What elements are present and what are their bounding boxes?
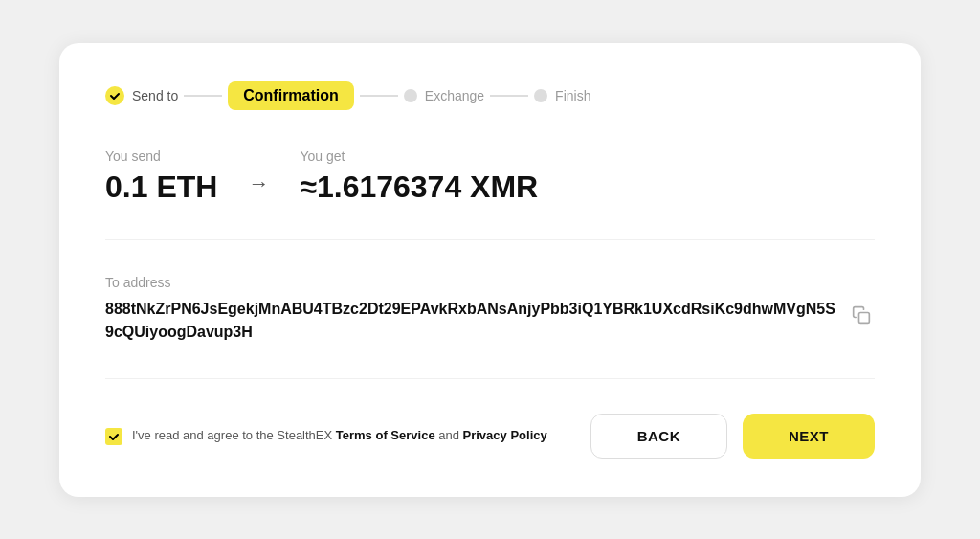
receive-section: You get ≈1.6176374 XMR bbox=[300, 148, 538, 205]
terms-of-service-link[interactable]: Terms of Service bbox=[336, 428, 435, 442]
agree-checkbox[interactable] bbox=[105, 428, 122, 445]
step-finish: Finish bbox=[534, 88, 590, 103]
address-row: 888tNkZrPN6JsEgekjMnABU4TBzc2Dt29EPAvkRx… bbox=[105, 298, 875, 344]
arrow-icon: → bbox=[248, 171, 269, 196]
action-buttons: BACK NEXT bbox=[590, 414, 875, 459]
receive-amount: ≈1.6176374 XMR bbox=[300, 169, 538, 205]
next-button[interactable]: NEXT bbox=[743, 414, 875, 459]
terms-text: I've read and agree to the StealthEX Ter… bbox=[132, 426, 547, 445]
receive-label: You get bbox=[300, 148, 538, 164]
stepper: Send to Confirmation Exchange Finish bbox=[105, 81, 875, 110]
step-finish-indicator bbox=[534, 89, 547, 102]
step-confirmation: Confirmation bbox=[228, 81, 354, 110]
send-section: You send 0.1 ETH bbox=[105, 148, 217, 205]
exchange-info: You send 0.1 ETH → You get ≈1.6176374 XM… bbox=[105, 148, 875, 240]
step-confirmation-label: Confirmation bbox=[228, 81, 354, 110]
privacy-policy-link[interactable]: Privacy Policy bbox=[463, 428, 547, 442]
step-send-to-label: Send to bbox=[132, 88, 178, 103]
step-exchange-label: Exchange bbox=[425, 88, 484, 103]
copy-icon[interactable] bbox=[848, 302, 875, 328]
main-card: Send to Confirmation Exchange Finish You… bbox=[59, 43, 921, 497]
svg-rect-0 bbox=[859, 312, 870, 323]
address-value: 888tNkZrPN6JsEgekjMnABU4TBzc2Dt29EPAvkRx… bbox=[105, 298, 836, 344]
send-label: You send bbox=[105, 148, 217, 164]
connector-1 bbox=[184, 95, 222, 97]
step-send-to-indicator bbox=[105, 86, 124, 105]
address-section: To address 888tNkZrPN6JsEgekjMnABU4TBzc2… bbox=[105, 275, 875, 379]
send-amount: 0.1 ETH bbox=[105, 169, 217, 205]
step-send-to: Send to bbox=[105, 86, 178, 105]
step-exchange: Exchange bbox=[404, 88, 484, 103]
terms-area: I've read and agree to the StealthEX Ter… bbox=[105, 426, 547, 445]
step-finish-label: Finish bbox=[555, 88, 590, 103]
back-button[interactable]: BACK bbox=[590, 414, 727, 459]
connector-2 bbox=[360, 95, 398, 97]
address-label: To address bbox=[105, 275, 875, 290]
step-exchange-indicator bbox=[404, 89, 417, 102]
footer: I've read and agree to the StealthEX Ter… bbox=[105, 414, 875, 459]
connector-3 bbox=[490, 95, 528, 97]
